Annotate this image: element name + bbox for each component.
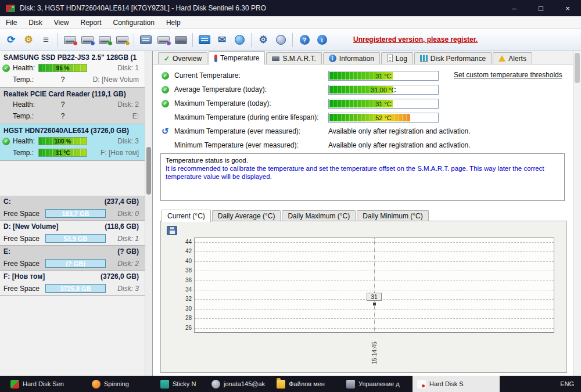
chart-tab-daily-minimum[interactable]: Daily Minimum (°C) — [357, 210, 428, 221]
save-chart-icon[interactable] — [167, 226, 177, 235]
language-indicator[interactable]: ENG — [560, 376, 574, 392]
temp-row-ever-max: ↺ Maximum Temperature (ever measured): A… — [162, 124, 568, 138]
taskbar-file-manager[interactable]: Файлов мен — [272, 376, 329, 392]
chart-plot: 44 42 40 38 36 34 32 30 28 26 31 — [194, 238, 554, 333]
disk-name: Realtek PCIE Card Reader (119,1 GB) — [0, 89, 145, 99]
content-scrollbar-thumb[interactable] — [575, 53, 580, 83]
menu-view[interactable]: View — [48, 16, 75, 28]
minimize-button[interactable]: – — [501, 0, 528, 16]
smart-icon — [272, 56, 279, 61]
disk-copy-icon[interactable] — [155, 32, 171, 48]
taskbar-hard-disk-sentinel-tray[interactable]: Hard Disk Sen — [6, 376, 69, 392]
temperature-bar: 31 °C — [328, 71, 439, 81]
report-icon[interactable]: ≡ — [38, 32, 54, 48]
tab-information[interactable]: iInformation — [323, 52, 380, 64]
log-icon — [387, 55, 393, 62]
info-icon: i — [329, 55, 336, 62]
app-icon — [6, 5, 15, 12]
disk-entry-samsung[interactable]: SAMSUNG SSD PB22-JS3 2.5" 128GB (1 ✓ Hea… — [0, 51, 145, 88]
tab-alerts[interactable]: Alerts — [493, 52, 532, 64]
register-link[interactable]: Unregistered version, please register. — [353, 35, 478, 44]
partition-name: D: [New Volume] — [3, 222, 58, 231]
tab-log[interactable]: Log — [381, 52, 413, 64]
toolbar-separator — [192, 33, 193, 47]
toolbar-separator — [292, 33, 293, 47]
temperature-bar: 31,00 °C — [328, 85, 439, 95]
set-thresholds-link[interactable]: Set custom temperature thresholds — [454, 71, 562, 79]
y-tick: 30 — [177, 305, 192, 312]
update-icon[interactable]: ⚙ — [20, 32, 37, 48]
disk-management-icon — [346, 380, 355, 389]
check-icon: ✓ — [164, 55, 170, 63]
content-scrollbar[interactable] — [573, 51, 581, 376]
info-icon[interactable]: i — [314, 32, 330, 48]
taskbar-user-account[interactable]: jonata145@ak — [207, 376, 270, 392]
temp-value: ? — [38, 112, 87, 120]
menu-file[interactable]: File — [0, 16, 23, 28]
disk-ok-icon[interactable] — [96, 32, 113, 48]
sidebar-scrollbar[interactable] — [145, 51, 152, 376]
menu-help[interactable]: Help — [160, 16, 187, 28]
close-button[interactable]: × — [554, 0, 581, 16]
globe-disc-icon[interactable] — [272, 32, 289, 48]
chart-tab-daily-maximum[interactable]: Daily Maximum (°C) — [282, 210, 356, 221]
refresh-icon[interactable]: ⟳ — [3, 32, 19, 48]
disk-search-icon[interactable] — [114, 32, 130, 48]
avatar-icon — [211, 380, 220, 389]
disk-entry-realtek[interactable]: Realtek PCIE Card Reader (119,1 GB) Heal… — [0, 88, 145, 124]
help-icon[interactable]: ? — [296, 32, 313, 48]
temp-row-lifespan-max: Maximum Temperature (during entire lifes… — [162, 110, 568, 124]
disk-remove-icon[interactable] — [62, 32, 78, 48]
y-tick: 40 — [177, 258, 192, 264]
disk-dark-icon[interactable] — [173, 32, 189, 48]
thermometer-icon — [214, 55, 217, 62]
status-ok-icon: ✓ — [162, 86, 169, 93]
free-space-bar: 53,9 GB — [45, 234, 106, 243]
mail-icon[interactable]: ✉ — [214, 32, 230, 48]
status-line-1: Temperature status is good. — [166, 156, 560, 164]
partition-entry-e[interactable]: E: (? GB) Free Space (? GB) Disk: 2 — [0, 246, 145, 271]
disk-number: Disk: 2 — [117, 260, 139, 268]
menu-report[interactable]: Report — [74, 16, 107, 28]
chart-tab-daily-average[interactable]: Daily Average (°C) — [212, 210, 281, 221]
sidebar-scrollbar-thumb[interactable] — [146, 147, 151, 195]
menu-bar: File Disk View Report Configuration Help — [0, 16, 581, 29]
temperature-bar: 52 °C — [328, 113, 439, 123]
partition-entry-d[interactable]: D: [New Volume] (118,6 GB) Free Space 53… — [0, 221, 145, 246]
y-tick: 44 — [177, 239, 192, 245]
x-axis-time-label: 15:14:45 — [371, 341, 378, 364]
partition-entry-c[interactable]: C: (237,4 GB) Free Space 183,7 GB Disk: … — [0, 196, 145, 221]
health-ok-icon: ✓ — [2, 138, 10, 145]
network-monitor-icon[interactable] — [231, 32, 248, 48]
disk-entry-hgst-selected[interactable]: HGST HDN726040ALE614 (3726,0 GB) ✓ Healt… — [0, 124, 145, 161]
maximize-button[interactable]: □ — [528, 0, 554, 16]
tab-temperature[interactable]: Temperature — [209, 51, 265, 64]
taskbar-disk-management[interactable]: Управление д — [342, 376, 404, 392]
health-label: Health: — [13, 100, 38, 109]
menu-configuration[interactable]: Configuration — [107, 16, 160, 28]
panel-report-icon[interactable] — [196, 32, 213, 48]
toolbar-separator — [58, 33, 58, 47]
taskbar-spinning[interactable]: Spinning — [87, 376, 134, 392]
disk-test-icon[interactable] — [79, 32, 95, 48]
taskbar-hard-disk-sentinel-active[interactable]: Hard Disk S — [413, 376, 500, 392]
partition-name: F: [Нов том] — [3, 272, 45, 280]
settings-gear-icon[interactable]: ⚙ — [255, 32, 271, 48]
chart-tab-current[interactable]: Current (°C) — [162, 210, 211, 222]
chart-tab-bar: Current (°C) Daily Average (°C) Daily Ma… — [162, 209, 430, 221]
data-point-marker — [373, 303, 376, 305]
orange-app-icon — [92, 380, 101, 389]
tab-overview[interactable]: ✓Overview — [158, 52, 207, 64]
partition-entry-f[interactable]: F: [Нов том] (3726,0 GB) Free Space 3725… — [0, 271, 145, 296]
tab-smart[interactable]: S.M.A.R.T. — [266, 52, 321, 64]
menu-disk[interactable]: Disk — [23, 16, 48, 28]
registration-required-text: Available only after registration and ac… — [328, 127, 471, 135]
disk-name: HGST HDN726040ALE614 (3726,0 GB) — [0, 125, 145, 135]
page-tab-bar: ✓Overview Temperature S.M.A.R.T. iInform… — [153, 51, 573, 64]
taskbar-sticky-notes[interactable]: Sticky N — [156, 376, 200, 392]
device-icon[interactable] — [138, 32, 154, 48]
temp-row-ever-min: Minimum Temperature (ever measured): Ava… — [162, 138, 568, 152]
free-space-bar: (? GB) — [45, 259, 106, 268]
drive-letter: D: [New Volum — [93, 75, 139, 84]
tab-disk-performance[interactable]: Disk Performance — [414, 52, 492, 64]
